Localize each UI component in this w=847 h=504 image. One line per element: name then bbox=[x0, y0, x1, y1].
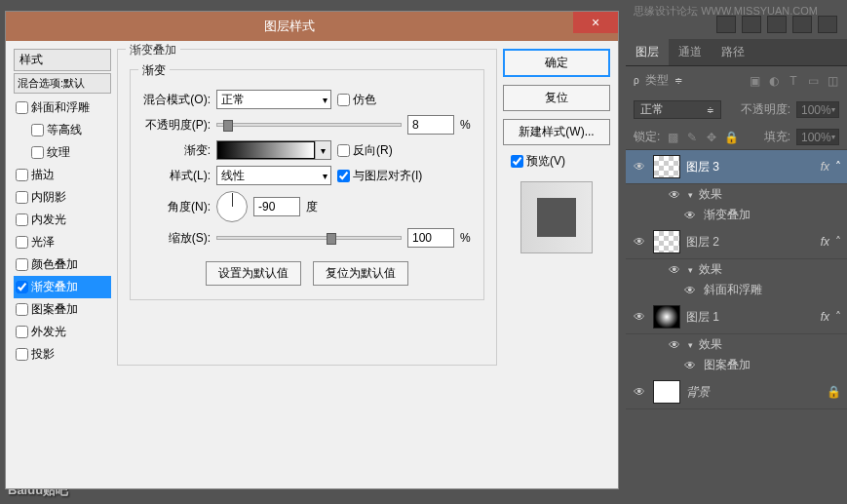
style-checkbox[interactable] bbox=[31, 124, 44, 136]
blend-mode-dropdown[interactable]: 正常 bbox=[216, 90, 331, 109]
gradient-picker[interactable] bbox=[216, 140, 331, 160]
cancel-button[interactable]: 复位 bbox=[503, 85, 610, 111]
tab-channels[interactable]: 通道 bbox=[669, 39, 712, 65]
dither-checkbox[interactable]: 仿色 bbox=[337, 92, 376, 108]
blend-mode-dropdown[interactable]: 正常≑ bbox=[634, 100, 721, 119]
style-checkbox[interactable] bbox=[16, 281, 28, 293]
visibility-icon[interactable]: 👁 bbox=[632, 235, 647, 249]
visibility-icon[interactable]: 👁 bbox=[632, 310, 647, 324]
layer-thumbnail[interactable] bbox=[653, 230, 680, 253]
gradient-fieldset: 渐变 混合模式(O): 正常 仿色 不透明度(P): % 渐变: 反向(R) bbox=[130, 69, 484, 300]
fill-input[interactable]: 100%▾ bbox=[796, 129, 839, 145]
style-checkbox[interactable] bbox=[16, 191, 28, 204]
angle-input[interactable] bbox=[253, 197, 300, 216]
layer-name[interactable]: 图层 2 bbox=[686, 234, 815, 251]
visibility-icon[interactable]: 👁 bbox=[682, 284, 698, 297]
layer-row[interactable]: 👁背景🔒 bbox=[626, 375, 847, 409]
strip-btn[interactable] bbox=[792, 16, 812, 33]
style-checkbox[interactable] bbox=[16, 213, 28, 226]
style-checkbox[interactable] bbox=[16, 101, 28, 114]
angle-dial[interactable] bbox=[216, 191, 248, 222]
layer-thumbnail[interactable] bbox=[653, 305, 680, 329]
reset-default-button[interactable]: 复位为默认值 bbox=[313, 261, 408, 286]
filter-type-icon[interactable]: T bbox=[787, 74, 800, 88]
chevron-icon[interactable]: ˄ bbox=[835, 235, 841, 249]
styles-header[interactable]: 样式 bbox=[14, 49, 111, 71]
panel-opacity-input[interactable]: 100%▾ bbox=[796, 101, 839, 118]
style-checkbox[interactable] bbox=[16, 348, 28, 361]
style-item[interactable]: 渐变叠加 bbox=[14, 276, 111, 298]
layer-row[interactable]: 👁图层 3fx ˄ bbox=[626, 150, 847, 184]
lock-brush-icon[interactable]: ✎ bbox=[685, 131, 699, 144]
reverse-checkbox[interactable]: 反向(R) bbox=[337, 142, 393, 159]
filter-shape-icon[interactable]: ▭ bbox=[806, 74, 820, 88]
effects-row[interactable]: 👁▾ 效果 bbox=[626, 334, 847, 355]
scale-slider[interactable] bbox=[216, 236, 402, 240]
filter-image-icon[interactable]: ▣ bbox=[748, 74, 761, 88]
style-item[interactable]: 颜色叠加 bbox=[14, 253, 111, 276]
visibility-icon[interactable]: 👁 bbox=[632, 160, 647, 174]
effect-item[interactable]: 👁 渐变叠加 bbox=[626, 205, 847, 225]
style-item[interactable]: 描边 bbox=[14, 164, 111, 186]
close-button[interactable]: × bbox=[573, 12, 618, 33]
scale-input[interactable] bbox=[407, 228, 454, 248]
layer-name[interactable]: 图层 3 bbox=[686, 159, 815, 175]
layer-thumbnail[interactable] bbox=[653, 155, 680, 178]
visibility-icon[interactable]: 👁 bbox=[667, 188, 682, 202]
effects-row[interactable]: 👁▾ 效果 bbox=[626, 184, 847, 205]
fx-badge[interactable]: fx bbox=[821, 310, 829, 324]
fx-badge[interactable]: fx bbox=[821, 235, 829, 249]
style-checkbox[interactable] bbox=[16, 236, 28, 249]
strip-btn[interactable] bbox=[716, 16, 736, 33]
strip-btn[interactable] bbox=[818, 16, 837, 33]
style-item[interactable]: 投影 bbox=[14, 343, 111, 366]
layer-thumbnail[interactable] bbox=[653, 380, 680, 404]
blend-options-default[interactable]: 混合选项:默认 bbox=[14, 73, 111, 94]
effect-item[interactable]: 👁 图案叠加 bbox=[626, 355, 847, 375]
style-checkbox[interactable] bbox=[16, 169, 28, 181]
effect-item[interactable]: 👁 斜面和浮雕 bbox=[626, 280, 847, 300]
style-item[interactable]: 纹理 bbox=[14, 141, 111, 164]
fx-badge[interactable]: fx bbox=[821, 160, 829, 174]
layer-row[interactable]: 👁图层 2fx ˄ bbox=[626, 225, 847, 259]
style-checkbox[interactable] bbox=[16, 303, 28, 316]
filter-smart-icon[interactable]: ◫ bbox=[826, 74, 839, 88]
style-checkbox[interactable] bbox=[16, 326, 28, 338]
make-default-button[interactable]: 设置为默认值 bbox=[206, 261, 301, 286]
chevron-icon[interactable]: ˄ bbox=[835, 160, 841, 174]
style-dropdown[interactable]: 线性 bbox=[216, 166, 331, 185]
tab-paths[interactable]: 路径 bbox=[712, 39, 754, 65]
style-item[interactable]: 内阴影 bbox=[14, 186, 111, 209]
style-item[interactable]: 内发光 bbox=[14, 209, 111, 231]
lock-pixels-icon[interactable]: ▩ bbox=[666, 131, 679, 144]
visibility-icon[interactable]: 👁 bbox=[632, 385, 647, 399]
style-checkbox[interactable] bbox=[31, 146, 44, 159]
opacity-slider[interactable] bbox=[216, 123, 402, 127]
visibility-icon[interactable]: 👁 bbox=[682, 359, 698, 372]
visibility-icon[interactable]: 👁 bbox=[682, 209, 698, 222]
visibility-icon[interactable]: 👁 bbox=[667, 338, 682, 352]
lock-move-icon[interactable]: ✥ bbox=[705, 131, 718, 144]
strip-btn[interactable] bbox=[767, 16, 787, 33]
align-checkbox[interactable]: 与图层对齐(I) bbox=[337, 168, 422, 184]
ok-button[interactable]: 确定 bbox=[503, 49, 610, 77]
style-item[interactable]: 外发光 bbox=[14, 321, 111, 343]
style-item[interactable]: 等高线 bbox=[14, 119, 111, 141]
layer-row[interactable]: 👁图层 1fx ˄ bbox=[626, 300, 847, 334]
opacity-input[interactable] bbox=[407, 115, 454, 135]
filter-adjust-icon[interactable]: ◐ bbox=[767, 74, 781, 88]
visibility-icon[interactable]: 👁 bbox=[667, 263, 682, 277]
layer-name[interactable]: 背景 bbox=[686, 384, 821, 401]
lock-all-icon[interactable]: 🔒 bbox=[724, 131, 738, 144]
style-checkbox[interactable] bbox=[16, 258, 28, 271]
layer-name[interactable]: 图层 1 bbox=[686, 309, 815, 326]
style-item[interactable]: 斜面和浮雕 bbox=[14, 97, 111, 119]
effects-row[interactable]: 👁▾ 效果 bbox=[626, 259, 847, 280]
new-style-button[interactable]: 新建样式(W)... bbox=[503, 119, 610, 145]
style-item[interactable]: 光泽 bbox=[14, 231, 111, 253]
preview-checkbox[interactable]: 预览(V) bbox=[503, 153, 610, 170]
strip-btn[interactable] bbox=[742, 16, 761, 33]
tab-layers[interactable]: 图层 bbox=[626, 39, 669, 65]
style-item[interactable]: 图案叠加 bbox=[14, 298, 111, 321]
chevron-icon[interactable]: ˄ bbox=[835, 310, 841, 324]
